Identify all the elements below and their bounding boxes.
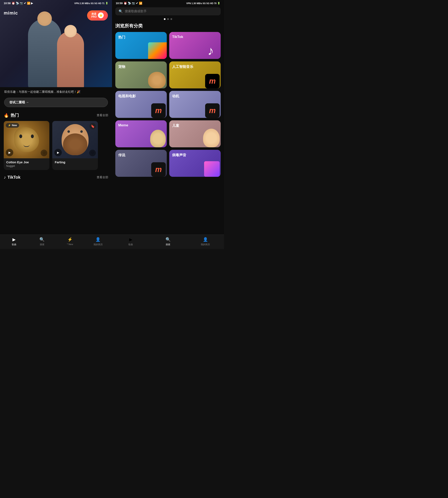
hot-title-text: 热门 — [11, 113, 19, 118]
status-time-right: 10:59 ⏰ 📡 📷 ✔ 📶 — [116, 2, 142, 5]
play-button-cotton[interactable]: ▶ — [6, 149, 13, 156]
category-children[interactable]: 儿童 — [169, 120, 221, 147]
dot-1 — [164, 18, 165, 20]
nugget-eye-right — [31, 134, 34, 138]
dot-3 — [171, 18, 172, 20]
save-button-farting[interactable]: 🔖 — [90, 123, 96, 129]
song-artist-cotton: Nugget — [6, 164, 47, 167]
cat-hot-image — [148, 42, 167, 59]
person-right — [57, 31, 84, 87]
hot-section-title: 🔥 热门 — [4, 113, 19, 118]
category-viral[interactable]: 病毒声音 — [169, 150, 221, 177]
cat-tv-label: 电视和电影 — [118, 94, 136, 99]
category-tiktok[interactable]: TikTok ♪ — [169, 32, 221, 59]
category-hot[interactable]: 热门 — [115, 32, 167, 59]
category-tv[interactable]: 电视和电影 m — [115, 91, 167, 118]
cat-pet-label: 宠物 — [118, 64, 125, 69]
tiktok-icon: ♪ — [4, 175, 6, 180]
cat-legend-image: m — [151, 161, 167, 177]
hot-section: 🔥 热门 查看全部 ⚡ New ▶ — [0, 109, 112, 172]
cat-viral-image — [204, 160, 221, 177]
left-panel: 10:58 ⏰ 📡 📷 ✔ 📶 ▶ VPN 2.30 MB/s 5G 5G HD… — [0, 0, 112, 249]
farting-eye-right — [80, 130, 83, 133]
cat-legend-label: 传说 — [118, 153, 125, 157]
song-title-cotton: Cotton Eye Joe — [6, 160, 47, 164]
song-thumb-farting: 🔖 ▶ ♡ — [52, 121, 98, 158]
cat-tv-image: m — [151, 102, 167, 118]
try-duet-button[interactable]: 尝试二重唱 → — [4, 98, 108, 107]
farting-character — [62, 124, 89, 155]
nav-search-left[interactable]: 🔍 搜索 — [35, 237, 49, 246]
category-legend[interactable]: 传说 m — [115, 150, 167, 177]
nav-profile-right[interactable]: 👤 我的简历 — [198, 237, 213, 246]
songs-icon-right: ▶ — [128, 237, 133, 242]
search-icon-nav-right: 🔍 — [165, 237, 171, 242]
cat-motion-label: 动机 — [172, 94, 179, 99]
status-bar-left: 10:58 ⏰ 📡 📷 ✔ 📶 ▶ VPN 2.30 MB/s 5G 5G HD… — [0, 0, 112, 6]
profile-label-right: 我的简历 — [201, 243, 210, 246]
hero-section: mimic 您是 PRO ⭐ — [0, 0, 112, 87]
bottom-nav-left: ▶ 歌曲 🔍 搜索 ⚡ * New 👤 我的简历 — [0, 234, 112, 249]
new-icon-left: ⚡ — [67, 237, 73, 242]
nugget-character — [14, 127, 39, 152]
category-ai[interactable]: 人工智能音乐 m — [169, 61, 221, 88]
time-right: 10:59 — [116, 2, 123, 5]
tiktok-title-text: TikTok — [7, 175, 20, 180]
nav-songs-right[interactable]: ▶ 歌曲 — [123, 237, 138, 246]
search-bar[interactable]: 🔍 搜索歌曲或歌手 — [115, 7, 221, 15]
heart-button-cotton[interactable]: ♡ — [41, 149, 47, 156]
pro-badge-text: 您是 PRO — [91, 13, 97, 18]
category-meme[interactable]: Meme — [115, 120, 167, 147]
status-icons-right: ⏰ 📡 📷 ✔ 📶 — [124, 2, 142, 5]
cat-meme-image — [150, 128, 167, 147]
new-label-left: * New — [67, 243, 73, 246]
cat-ai-label: 人工智能音乐 — [172, 64, 193, 69]
pro-badge-icon: ⭐ — [98, 13, 104, 18]
song-cards: ⚡ New ▶ ♡ Cotton Eye Joe Nugget — [4, 121, 108, 170]
person-left — [28, 19, 61, 87]
bottom-nav-right: ▶ 歌曲 🔍 搜索 👤 我的简历 — [112, 234, 224, 249]
songs-icon-left: ▶ — [11, 237, 17, 242]
new-badge-cotton: ⚡ New — [6, 123, 19, 128]
nugget-eye-left — [19, 134, 22, 138]
nav-songs-left[interactable]: ▶ 歌曲 — [7, 237, 21, 246]
heart-button-farting[interactable]: ♡ — [89, 149, 96, 156]
right-panel: 10:59 ⏰ 📡 📷 ✔ 📶 VPN 1.30 MB/s 5G 5G HD 7… — [112, 0, 224, 249]
profile-icon-right: 👤 — [203, 237, 208, 242]
cat-motion-image: m — [205, 102, 221, 118]
hot-see-all[interactable]: 查看全部 — [97, 114, 108, 117]
search-placeholder: 搜索歌曲或歌手 — [125, 9, 147, 13]
play-button-farting[interactable]: ▶ — [54, 149, 62, 156]
song-card-farting: 🔖 ▶ ♡ Farting — [52, 121, 98, 170]
pagination-dots — [112, 18, 224, 20]
song-info-cotton: Cotton Eye Joe Nugget — [4, 158, 49, 170]
category-pet[interactable]: 宠物 — [115, 61, 167, 88]
search-label-left: 搜索 — [40, 243, 44, 246]
song-card-cotton: ⚡ New ▶ ♡ Cotton Eye Joe Nugget — [4, 121, 49, 170]
tiktok-section: ♪ TikTok 查看全部 — [0, 172, 112, 183]
profile-icon-left: 👤 — [96, 237, 101, 242]
status-bar-right: 10:59 ⏰ 📡 📷 ✔ 📶 VPN 1.30 MB/s 5G 5G HD 7… — [112, 0, 224, 6]
tiktok-see-all[interactable]: 查看全部 — [97, 176, 108, 179]
nav-search-right[interactable]: 🔍 搜索 — [161, 237, 175, 246]
hero-text: 双倍乐趣：与朋友一起创建二重唱视频，准备好走红吧！🎉 — [0, 87, 112, 96]
cat-children-label: 儿童 — [172, 123, 179, 128]
status-right-right: VPN 1.30 MB/s 5G 5G HD 70 🔋 — [186, 2, 220, 5]
category-motion[interactable]: 动机 m — [169, 91, 221, 118]
status-right-left: VPN 2.30 MB/s 5G 5G HD 71 🔋 — [74, 2, 108, 5]
pro-badge[interactable]: 您是 PRO ⭐ — [87, 10, 108, 20]
tiktok-section-title: ♪ TikTok — [4, 175, 20, 180]
nugget-mouth — [23, 144, 30, 147]
song-title-farting: Farting — [55, 160, 96, 164]
cat-hot-label: 热门 — [118, 35, 125, 40]
status-time-left: 10:58 ⏰ 📡 📷 ✔ 📶 ▶ — [4, 2, 33, 5]
songs-label-left: 歌曲 — [12, 243, 16, 246]
song-thumb-cotton: ⚡ New ▶ ♡ — [4, 121, 49, 158]
nav-profile-left[interactable]: 👤 我的简历 — [91, 237, 105, 246]
search-bar-wrap: 🔍 搜索歌曲或歌手 — [112, 6, 224, 17]
browse-title: 浏览所有分类 — [115, 23, 221, 29]
cat-ai-image: m — [205, 72, 221, 88]
nav-new-left[interactable]: ⚡ * New — [63, 237, 77, 246]
dot-2 — [167, 18, 169, 20]
hot-section-header: 🔥 热门 查看全部 — [4, 113, 108, 118]
